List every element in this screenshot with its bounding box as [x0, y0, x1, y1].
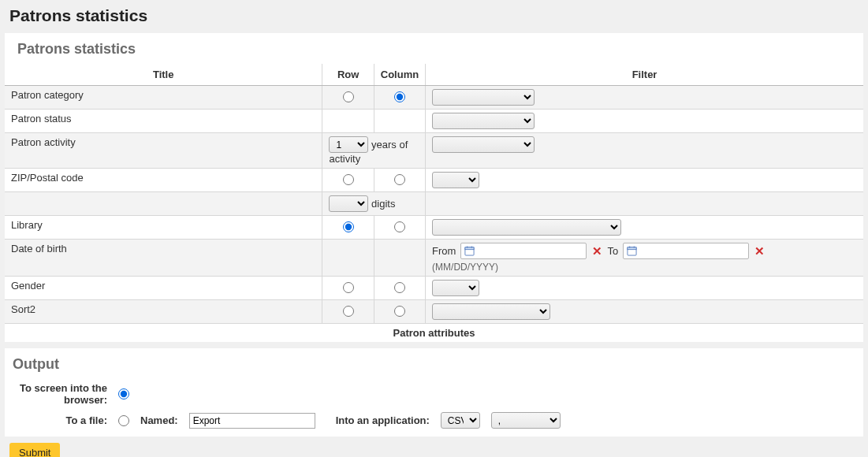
output-panel: Output To screen into the browser: To a … — [5, 348, 863, 457]
output-file-label: To a file: — [13, 414, 107, 426]
row-patron-status: Patron status — [5, 110, 863, 133]
calendar-icon — [464, 246, 475, 256]
zip-digits-label: digits — [371, 198, 395, 210]
output-heading: Output — [5, 353, 863, 379]
th-filter: Filter — [426, 64, 863, 86]
dob-from-input[interactable] — [475, 246, 583, 257]
label-gender: Gender — [5, 277, 322, 300]
dob-to-input[interactable] — [637, 246, 745, 257]
row-patron-activity: Patron activity 1 years of activity — [5, 133, 863, 169]
radio-row-zip[interactable] — [343, 174, 354, 185]
select-format[interactable]: CSV — [441, 412, 480, 429]
label-library: Library — [5, 216, 322, 240]
calendar-icon — [627, 246, 637, 256]
row-sort2: Sort2 — [5, 300, 863, 324]
radio-row-sort2[interactable] — [343, 306, 354, 317]
filter-zip[interactable] — [432, 172, 479, 188]
attributes-heading: Patron attributes — [5, 324, 863, 343]
filter-patron-category[interactable] — [432, 89, 535, 106]
output-screen-label: To screen into the browser: — [13, 382, 107, 406]
svg-rect-1 — [465, 247, 474, 250]
radio-col-library[interactable] — [394, 221, 405, 232]
radio-output-file[interactable] — [118, 415, 129, 426]
stats-panel: Patrons statistics Title Row Column Filt… — [5, 33, 863, 342]
radio-col-patron-category[interactable] — [394, 91, 405, 102]
label-dob: Date of birth — [5, 240, 322, 277]
radio-row-gender[interactable] — [343, 282, 354, 293]
row-patron-category: Patron category — [5, 86, 863, 110]
svg-rect-5 — [628, 247, 636, 250]
dob-from-field[interactable] — [460, 243, 587, 259]
row-zip-digits: digits — [5, 192, 863, 216]
filter-patron-activity[interactable] — [432, 136, 535, 153]
select-activity-years[interactable]: 1 — [329, 136, 368, 153]
dob-to-label: To — [607, 245, 618, 257]
dob-format-hint: (MM/DD/YYYY) — [432, 262, 857, 273]
select-separator[interactable]: , — [491, 412, 561, 429]
page-title: Patrons statistics — [0, 0, 868, 33]
row-dob: Date of birth From ✕ To — [5, 240, 863, 277]
radio-row-patron-category[interactable] — [343, 91, 354, 102]
submit-button[interactable]: Submit — [9, 443, 60, 457]
dob-from-label: From — [432, 245, 456, 257]
radio-col-zip[interactable] — [394, 174, 405, 185]
into-app-label: Into an application: — [336, 414, 430, 426]
dob-to-clear-icon[interactable]: ✕ — [754, 244, 765, 258]
named-input[interactable] — [189, 413, 315, 429]
radio-output-screen[interactable] — [118, 388, 129, 399]
label-sort2: Sort2 — [5, 300, 322, 324]
row-library: Library — [5, 216, 863, 240]
dob-from-clear-icon[interactable]: ✕ — [591, 244, 602, 258]
row-zip: ZIP/Postal code — [5, 169, 863, 192]
label-patron-activity: Patron activity — [5, 133, 322, 169]
radio-row-library[interactable] — [343, 221, 354, 232]
filter-sort2[interactable] — [432, 303, 550, 320]
th-row: Row — [322, 64, 374, 86]
select-zip-digits[interactable] — [329, 195, 368, 212]
panel-title: Patrons statistics — [5, 41, 863, 64]
submit-bar: Submit — [5, 437, 863, 457]
row-attributes-header: Patron attributes — [5, 324, 863, 343]
label-patron-category: Patron category — [5, 86, 322, 110]
label-zip: ZIP/Postal code — [5, 169, 322, 192]
filter-gender[interactable] — [432, 280, 479, 296]
radio-col-gender[interactable] — [394, 282, 405, 293]
dob-to-field[interactable] — [623, 243, 749, 259]
row-gender: Gender — [5, 277, 863, 300]
th-title: Title — [5, 64, 322, 86]
stats-table: Title Row Column Filter Patron category … — [5, 64, 863, 342]
output-screen-row: To screen into the browser: — [5, 379, 863, 409]
table-header-row: Title Row Column Filter — [5, 64, 863, 86]
label-patron-status: Patron status — [5, 110, 322, 133]
th-column: Column — [374, 64, 425, 86]
radio-col-sort2[interactable] — [394, 306, 405, 317]
named-label: Named: — [140, 414, 178, 426]
filter-library[interactable] — [432, 219, 621, 236]
output-file-row: To a file: Named: Into an application: C… — [5, 409, 863, 432]
filter-patron-status[interactable] — [432, 113, 535, 129]
